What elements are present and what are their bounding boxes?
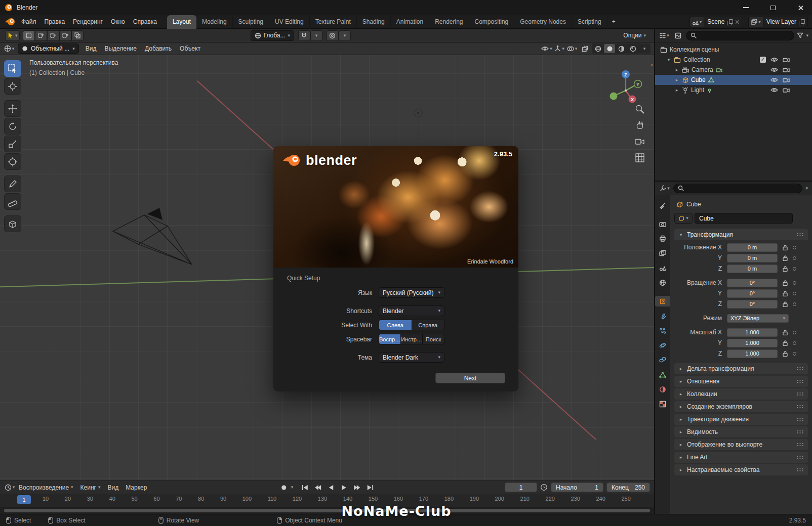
select-menu[interactable]: Выделение bbox=[101, 43, 140, 54]
xray-toggle-button[interactable] bbox=[579, 43, 590, 54]
keyframe-dot-icon[interactable] bbox=[793, 352, 796, 356]
minimize-button[interactable] bbox=[734, 0, 757, 15]
active-tool-button[interactable]: ▾ bbox=[5, 30, 20, 41]
zoom-icon[interactable] bbox=[634, 104, 645, 115]
camera-view-icon[interactable] bbox=[634, 136, 645, 147]
blender-logo-icon[interactable] bbox=[4, 17, 15, 27]
scene-collection-row[interactable]: Коллекция сцены bbox=[655, 45, 812, 55]
outliner-display-mode-button[interactable] bbox=[672, 30, 683, 40]
filter-funnel-icon[interactable] bbox=[797, 32, 803, 39]
breadcrumb-object[interactable]: Cube bbox=[686, 201, 701, 208]
spacebar-play-button[interactable]: Воспр… bbox=[379, 334, 401, 344]
jump-to-start-button[interactable] bbox=[299, 483, 310, 492]
move-tool[interactable] bbox=[4, 100, 21, 117]
measure-tool[interactable] bbox=[4, 193, 21, 210]
keyframe-dot-icon[interactable] bbox=[793, 292, 796, 295]
workspace-tab-uv-editing[interactable]: UV Editing bbox=[269, 15, 310, 29]
menu-help[interactable]: Справка bbox=[129, 17, 161, 27]
keyframe-dot-icon[interactable] bbox=[793, 256, 796, 260]
select-box-tool[interactable] bbox=[4, 60, 21, 77]
start-frame-field[interactable]: Начало 1 bbox=[551, 483, 603, 492]
workspace-tab-geometry-nodes[interactable]: Geometry Nodes bbox=[514, 15, 572, 29]
play-reverse-button[interactable] bbox=[325, 483, 337, 492]
keyframe-dot-icon[interactable] bbox=[793, 246, 796, 249]
keying-menu[interactable]: Кеинг▾ bbox=[77, 483, 104, 493]
browse-view-layer-button[interactable]: ▾ bbox=[748, 17, 763, 27]
gizmos-button[interactable]: ▾ bbox=[554, 43, 565, 54]
cursor-tool[interactable] bbox=[4, 78, 21, 95]
section-motion-paths[interactable]: ▸Траектории движения bbox=[674, 414, 808, 425]
overlays-button[interactable]: ▾ bbox=[566, 43, 578, 54]
playhead[interactable]: 1 bbox=[17, 495, 31, 504]
workspace-tab-modeling[interactable]: Modeling bbox=[196, 15, 233, 29]
rotation-z-field[interactable]: 0° bbox=[727, 300, 778, 309]
current-frame-field[interactable]: 1 bbox=[505, 483, 537, 492]
tab-render[interactable] bbox=[656, 218, 669, 229]
tab-material[interactable] bbox=[656, 384, 669, 394]
view-menu[interactable]: Вид bbox=[82, 43, 100, 54]
play-button[interactable] bbox=[338, 483, 350, 492]
workspace-tab-texture-paint[interactable]: Texture Paint bbox=[310, 15, 357, 29]
location-y-field[interactable]: 0 m bbox=[727, 254, 778, 262]
maximize-button[interactable] bbox=[761, 0, 785, 15]
expand-icon[interactable]: ▸ bbox=[674, 78, 679, 82]
section-line-art[interactable]: ▸Line Art bbox=[674, 452, 808, 463]
keyframe-dot-icon[interactable] bbox=[793, 302, 796, 306]
expand-icon[interactable]: ▸ bbox=[674, 68, 679, 72]
section-collections[interactable]: ▸Коллекции bbox=[674, 388, 808, 400]
use-preview-range-icon[interactable] bbox=[540, 484, 548, 491]
view-layer-name-field[interactable]: View Layer bbox=[763, 17, 808, 27]
tab-constraints[interactable] bbox=[656, 355, 669, 365]
hide-in-viewport-icon[interactable] bbox=[770, 77, 778, 82]
disable-in-render-icon[interactable] bbox=[783, 77, 790, 82]
lock-icon[interactable] bbox=[781, 280, 789, 286]
editor-type-button[interactable]: ▾ bbox=[4, 43, 15, 54]
keyframe-dot-icon[interactable] bbox=[793, 281, 796, 285]
lock-icon[interactable] bbox=[781, 340, 789, 346]
section-visibility[interactable]: ▸Видимость bbox=[674, 426, 808, 437]
lock-icon[interactable] bbox=[781, 244, 789, 250]
collection-row[interactable]: ▾ Collection ✓ bbox=[655, 55, 812, 65]
spacebar-tools-button[interactable]: Инстр… bbox=[401, 334, 423, 344]
lock-icon[interactable] bbox=[781, 290, 789, 296]
snap-settings-button[interactable]: ▾ bbox=[310, 30, 322, 41]
annotate-tool[interactable] bbox=[4, 176, 21, 192]
next-keyframe-button[interactable] bbox=[351, 483, 363, 492]
tab-output[interactable] bbox=[656, 233, 669, 244]
workspace-tab-compositing[interactable]: Compositing bbox=[469, 15, 515, 29]
select-with-right-button[interactable]: Справа bbox=[412, 320, 444, 330]
timeline-ruler[interactable]: 1 10 20 30 40 50 60 70 80 90 100 110 120… bbox=[0, 494, 654, 507]
camera-row[interactable]: ▸ Camera bbox=[655, 65, 812, 75]
workspace-tab-scripting[interactable]: Scripting bbox=[572, 15, 607, 29]
close-button[interactable] bbox=[789, 0, 812, 15]
rotation-y-field[interactable]: 0° bbox=[727, 289, 778, 298]
pan-hand-icon[interactable] bbox=[634, 120, 645, 131]
rotation-mode-dropdown[interactable]: XYZ Эйлер ▾ bbox=[727, 314, 789, 323]
workspace-tab-animation[interactable]: Animation bbox=[391, 15, 429, 29]
disable-in-render-icon[interactable] bbox=[783, 67, 790, 72]
tab-object[interactable] bbox=[655, 296, 670, 306]
tab-modifiers[interactable] bbox=[656, 311, 669, 321]
auto-keyframe-button[interactable] bbox=[278, 483, 290, 492]
proportional-falloff-button[interactable]: ▾ bbox=[339, 30, 351, 41]
transform-panel-header[interactable]: ▾ Трансформация bbox=[674, 229, 808, 240]
collection-checkbox[interactable]: ✓ bbox=[760, 57, 766, 63]
keyframe-dot-icon[interactable] bbox=[793, 267, 796, 271]
light-row[interactable]: ▸ Light bbox=[655, 85, 812, 95]
workspace-tab-rendering[interactable]: Rendering bbox=[429, 15, 469, 29]
theme-select[interactable]: Blender Dark ▾ bbox=[379, 352, 444, 363]
workspace-tab-layout[interactable]: Layout bbox=[167, 15, 196, 29]
lock-icon[interactable] bbox=[781, 350, 789, 357]
gizmo-neg-y-axis-ball[interactable] bbox=[610, 93, 618, 100]
sidebar-collapse-arrow[interactable]: ‹ bbox=[651, 61, 653, 68]
shading-settings-button[interactable]: ▾ bbox=[639, 44, 650, 53]
expand-icon[interactable]: ▸ bbox=[674, 88, 679, 93]
outliner-search-field[interactable] bbox=[686, 31, 794, 40]
new-scene-icon[interactable] bbox=[727, 19, 733, 25]
hide-in-viewport-icon[interactable] bbox=[770, 87, 778, 93]
section-viewport-display[interactable]: ▸Отображение во вьюпорте bbox=[674, 439, 808, 450]
browse-scene-button[interactable]: ▾ bbox=[689, 17, 704, 27]
object-visibility-button[interactable]: ▾ bbox=[541, 43, 552, 54]
unlink-scene-icon[interactable] bbox=[735, 20, 740, 24]
workspace-tab-sculpting[interactable]: Sculpting bbox=[233, 15, 269, 29]
